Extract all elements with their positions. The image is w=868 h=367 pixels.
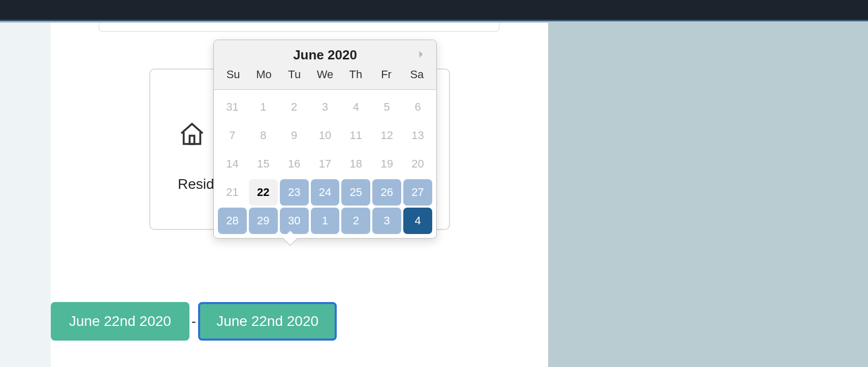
date-range-end-button[interactable]: June 22nd 2020 [198,302,337,341]
svg-rect-0 [189,136,194,144]
app-topbar [0,0,868,21]
calendar-day[interactable]: 30 [280,208,309,234]
date-picker-popover: June 2020 Su Mo Tu We Th Fr Sa 311234567… [213,40,437,239]
chevron-right-icon [416,49,426,59]
page-panel: Resid June 2020 Su Mo Tu We Th Fr Sa 311… [0,23,549,367]
card-label: Resid [178,176,214,192]
calendar-day: 9 [280,122,309,149]
calendar-day[interactable]: 4 [403,208,432,234]
calendar-day[interactable]: 24 [311,179,340,206]
calendar-day: 31 [218,94,247,120]
card-top-edge [99,23,500,32]
calendar-day: 20 [403,151,432,177]
date-range-start-button[interactable]: June 22nd 2020 [51,302,189,341]
calendar-day[interactable]: 28 [218,208,247,234]
calendar-day: 18 [341,151,370,177]
date-range-separator: - [189,313,198,329]
calendar-day: 5 [372,94,401,120]
calendar-grid: 3112345678910111213141516171819202122232… [214,90,436,238]
calendar-day: 1 [249,94,278,120]
left-gutter [0,23,51,367]
calendar-day: 17 [311,151,340,177]
calendar-day: 15 [249,151,278,177]
calendar-day: 13 [403,122,432,149]
dow-label: Sa [402,68,432,81]
dow-label: Th [340,68,371,81]
calendar-day: 3 [311,94,340,120]
calendar-day: 12 [372,122,401,149]
calendar-next-month-button[interactable] [414,47,428,61]
calendar-dow-row: Su Mo Tu We Th Fr Sa [214,63,436,86]
calendar-day: 8 [249,122,278,149]
calendar-day[interactable]: 25 [341,179,370,206]
calendar-day: 10 [311,122,340,149]
calendar-day[interactable]: 3 [372,208,401,234]
calendar-day[interactable]: 1 [311,208,340,234]
calendar-day: 19 [372,151,401,177]
calendar-day: 2 [280,94,309,120]
dow-label: Tu [279,68,310,81]
calendar-day: 7 [218,122,247,149]
calendar-day[interactable]: 26 [372,179,401,206]
calendar-day: 11 [341,122,370,149]
dow-label: Fr [371,68,401,81]
calendar-day[interactable]: 2 [341,208,370,234]
house-icon [178,120,206,149]
calendar-day: 16 [280,151,309,177]
calendar-header: June 2020 Su Mo Tu We Th Fr Sa [214,40,436,90]
calendar-day: 4 [341,94,370,120]
calendar-day[interactable]: 22 [249,179,278,206]
dow-label: Su [218,68,248,81]
calendar-day: 21 [218,179,247,206]
calendar-day[interactable]: 23 [280,179,309,206]
dow-label: Mo [248,68,279,81]
calendar-day: 14 [218,151,247,177]
calendar-day[interactable]: 27 [403,179,432,206]
calendar-month-title: June 2020 [214,47,436,63]
dow-label: We [310,68,340,81]
date-range-row: June 22nd 2020 - June 22nd 2020 [51,302,337,341]
calendar-day[interactable]: 29 [249,208,278,234]
calendar-day: 6 [403,94,432,120]
